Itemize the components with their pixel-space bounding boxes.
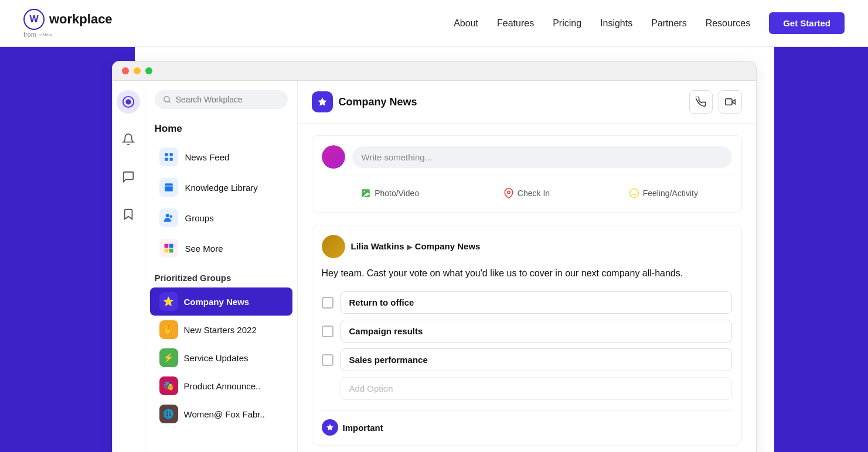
phone-button[interactable] <box>689 90 713 114</box>
phone-icon <box>696 97 706 107</box>
poll-option-2-label: Campaign results <box>341 320 732 343</box>
news-feed-label: News Feed <box>185 152 230 162</box>
workplace-logo-icon: W <box>23 9 45 30</box>
group-service-updates-label: Service Updates <box>184 353 249 363</box>
groups-icon <box>159 208 178 227</box>
important-label: Important <box>343 423 383 433</box>
important-section: Important <box>322 410 732 436</box>
poll-option-3-label: Sales performance <box>341 348 732 371</box>
nav-news-feed[interactable]: News Feed <box>150 142 292 172</box>
check-in-button[interactable]: Check In <box>458 183 595 203</box>
group-service-updates[interactable]: ⚡ Service Updates <box>150 344 292 372</box>
photo-video-icon <box>360 188 371 198</box>
feeling-icon <box>629 188 639 198</box>
nav-insights[interactable]: Insights <box>600 18 632 29</box>
search-bar[interactable] <box>155 90 288 109</box>
svg-point-11 <box>165 214 169 217</box>
channel-actions <box>689 90 742 114</box>
svg-point-12 <box>169 215 172 218</box>
add-option-input[interactable]: Add Option <box>341 377 732 400</box>
knowledge-label: Knowledge Library <box>185 183 258 193</box>
svg-rect-9 <box>165 183 173 191</box>
group-women-label: Women@ Fox Fabr.. <box>184 409 265 419</box>
group-product-label: Product Announce.. <box>184 381 261 391</box>
browser-bar <box>113 61 756 81</box>
svg-rect-14 <box>169 244 173 248</box>
svg-rect-15 <box>164 249 168 253</box>
post-header: Lilia Watkins ▶ Company News <box>322 235 732 258</box>
search-input[interactable] <box>176 95 280 104</box>
channel-title-area: Company News <box>312 91 417 112</box>
svg-rect-8 <box>169 158 172 161</box>
svg-rect-19 <box>725 99 731 105</box>
group-women-icon: 🌐 <box>159 405 178 423</box>
channel-name: Company News <box>339 96 417 108</box>
poll-option-2[interactable]: Campaign results <box>322 320 732 343</box>
svg-point-4 <box>164 97 169 102</box>
search-icon <box>163 95 171 104</box>
poll-option-1[interactable]: Return to office <box>322 291 732 314</box>
nav-resources[interactable]: Resources <box>706 18 750 29</box>
groups-label: Groups <box>185 213 214 223</box>
svg-text:∞ Meta: ∞ Meta <box>39 32 52 36</box>
composer-input-row: Write something... <box>322 145 732 169</box>
svg-marker-17 <box>318 98 326 106</box>
group-company-news[interactable]: ⭐ Company News <box>150 287 292 316</box>
composer-placeholder[interactable]: Write something... <box>352 146 732 168</box>
feeling-label: Feeling/Activity <box>643 189 698 198</box>
group-new-starters[interactable]: ✋ New Starters 2022 <box>150 316 292 344</box>
svg-point-21 <box>363 191 365 192</box>
app-layout: Home News Feed Knowledge Library <box>113 81 756 452</box>
nav-pricing[interactable]: Pricing <box>553 18 581 29</box>
svg-text:W: W <box>29 14 39 24</box>
prioritized-groups-label: Prioritized Groups <box>145 263 297 287</box>
nav-about[interactable]: About <box>454 18 478 29</box>
channel-header: Company News <box>298 81 756 124</box>
group-product-announce[interactable]: 🎭 Product Announce.. <box>150 372 292 400</box>
top-nav: W workplace from ∞ Meta About Features P… <box>0 0 868 47</box>
group-product-icon: 🎭 <box>159 376 178 395</box>
poll-checkbox-2[interactable] <box>322 326 333 337</box>
group-new-starters-label: New Starters 2022 <box>184 325 257 335</box>
logo-area: W workplace from ∞ Meta <box>23 9 113 38</box>
nav-groups[interactable]: Groups <box>150 203 292 233</box>
post-author-avatar <box>322 235 345 258</box>
nav-partners[interactable]: Partners <box>651 18 686 29</box>
feeling-activity-button[interactable]: Feeling/Activity <box>595 183 731 203</box>
sidebar-chat-icon[interactable] <box>117 165 140 189</box>
sidebar-bookmark-icon[interactable] <box>117 203 140 226</box>
sidebar-icons <box>113 81 145 452</box>
knowledge-icon <box>159 178 178 197</box>
group-company-news-icon: ⭐ <box>159 292 178 311</box>
svg-marker-18 <box>732 100 735 104</box>
svg-marker-27 <box>326 424 333 430</box>
nav-knowledge[interactable]: Knowledge Library <box>150 172 292 203</box>
sidebar-home-icon[interactable] <box>117 90 140 114</box>
group-women-fox[interactable]: 🌐 Women@ Fox Fabr.. <box>150 400 292 428</box>
browser-window: Home News Feed Knowledge Library <box>112 61 757 452</box>
news-feed-icon <box>159 148 178 166</box>
post-card: Lilia Watkins ▶ Company News Hey team. C… <box>312 225 742 446</box>
post-composer: Write something... Photo/Video Check In <box>312 135 742 213</box>
nav-see-more[interactable]: See More <box>150 233 292 263</box>
nav-features[interactable]: Features <box>497 18 534 29</box>
check-in-label: Check In <box>518 189 550 198</box>
photo-video-button[interactable]: Photo/Video <box>322 183 458 203</box>
nav-links: About Features Pricing Insights Partners… <box>454 12 845 34</box>
sidebar-bell-icon[interactable] <box>117 128 140 151</box>
video-button[interactable] <box>719 90 742 114</box>
group-new-starters-icon: ✋ <box>159 320 178 339</box>
poll-checkbox-3[interactable] <box>322 354 333 366</box>
important-star-icon <box>322 419 338 436</box>
get-started-button[interactable]: Get Started <box>769 12 845 34</box>
browser-dot-green <box>145 67 152 74</box>
poll-option-3[interactable]: Sales performance <box>322 348 732 371</box>
sidebar-nav: Home News Feed Knowledge Library <box>145 81 298 452</box>
see-more-label: See More <box>185 244 223 254</box>
see-more-icon <box>159 239 178 258</box>
add-option-row[interactable]: Add Option <box>322 377 732 400</box>
post-author-info: Lilia Watkins ▶ Company News <box>351 241 481 252</box>
channel-star-icon <box>312 91 333 112</box>
poll-checkbox-1[interactable] <box>322 297 333 309</box>
svg-point-3 <box>125 99 131 104</box>
